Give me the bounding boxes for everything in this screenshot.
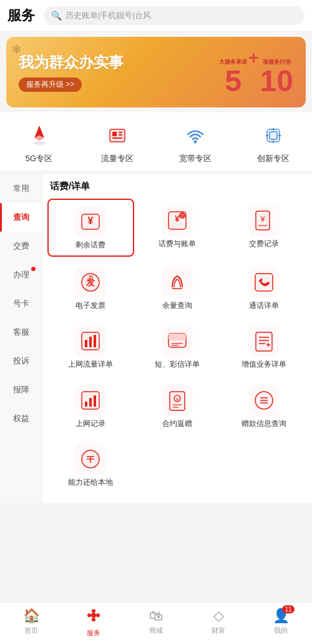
quick-item-traffic[interactable]: 流量专区 bbox=[92, 121, 142, 164]
banner-num2: 10 bbox=[260, 66, 293, 96]
svg-text:⏱: ⏱ bbox=[180, 213, 185, 219]
grid-item-zenghzi[interactable]: 增值业务详单 bbox=[220, 319, 307, 375]
grid-row-2: 发 票 电子发票 余量查询 bbox=[47, 260, 307, 316]
icon-fapiao: 发 票 bbox=[75, 267, 106, 298]
quick-item-innovation[interactable]: 创新专区 bbox=[248, 121, 298, 164]
icon-zengkuan bbox=[248, 385, 280, 416]
svg-rect-44 bbox=[94, 395, 96, 407]
svg-rect-32 bbox=[94, 335, 96, 347]
grid-item-heyue[interactable]: ¥ 合约返赠 bbox=[134, 379, 221, 434]
banner-subtitle-btn[interactable]: 服务再升级 >> bbox=[19, 77, 82, 92]
svg-text:¥: ¥ bbox=[175, 214, 180, 224]
grid-label-huafei-zhangdan: 话费与账单 bbox=[158, 239, 196, 249]
banner[interactable]: ❄ 我为群众办实事 服务再升级 >> 大服务承诺 5 + 项服务行动 10 bbox=[6, 37, 306, 107]
sidebar-item-haoka[interactable]: 号卡 bbox=[0, 289, 42, 318]
quick-icon-traffic bbox=[103, 121, 132, 150]
quick-label-traffic: 流量专区 bbox=[101, 153, 134, 164]
icon-yuhua: ¥ bbox=[75, 206, 106, 237]
grid-label-zenghzi: 增值业务详单 bbox=[241, 360, 286, 370]
sidebar-item-chaxun[interactable]: 查询 bbox=[0, 203, 42, 232]
icon-huafei-zhangdan: ¥ ⏱ bbox=[162, 205, 193, 236]
svg-point-0 bbox=[33, 141, 46, 145]
svg-point-8 bbox=[193, 141, 197, 144]
icon-tonghua bbox=[248, 267, 280, 298]
sidebar: 常用 查询 交费 办理 号卡 客服 投诉 报障 权益 bbox=[0, 174, 42, 503]
icon-yuliang bbox=[162, 267, 193, 298]
icon-duanxin bbox=[162, 325, 193, 357]
icon-liuliang bbox=[75, 325, 106, 357]
grid-label-liuliang: 上网流量详单 bbox=[68, 360, 113, 370]
grid-row-4: 上网记录 ¥ 合约返赠 bbox=[47, 379, 307, 434]
svg-rect-4 bbox=[112, 132, 117, 136]
sidebar-item-baozhan[interactable]: 报障 bbox=[0, 375, 42, 404]
search-placeholder: 历史账单|手机靓号|台风 bbox=[66, 10, 151, 21]
svg-rect-31 bbox=[89, 337, 92, 347]
svg-rect-34 bbox=[168, 334, 186, 340]
quick-label-broadband: 宽带专区 bbox=[179, 153, 212, 164]
main-area: 常用 查询 交费 办理 号卡 客服 投诉 报障 权益 话费/详单 ¥ 剩余话费 bbox=[0, 174, 312, 503]
quick-icon-5g bbox=[25, 121, 54, 150]
grid-item-tonghua[interactable]: 通话详单 bbox=[220, 260, 307, 316]
svg-rect-3 bbox=[110, 129, 125, 142]
sidebar-item-kefu[interactable]: 客服 bbox=[0, 318, 42, 347]
quick-icon-innovation bbox=[259, 121, 288, 150]
svg-text:¥: ¥ bbox=[260, 214, 265, 224]
quick-icon-broadband bbox=[181, 121, 210, 150]
quick-label-5g: 5G专区 bbox=[26, 153, 52, 164]
icon-jiaofei-jilu: ¥ bbox=[248, 205, 280, 236]
grid-item-partial[interactable]: 能力还给本地 bbox=[47, 437, 134, 493]
banner-title: 我为群众办实事 bbox=[19, 52, 219, 72]
svg-rect-28 bbox=[255, 274, 273, 291]
grid-item-fapiao[interactable]: 发 票 电子发票 bbox=[47, 260, 134, 316]
sidebar-item-changyon[interactable]: 常用 bbox=[0, 174, 42, 203]
svg-rect-30 bbox=[85, 340, 87, 347]
icon-zenghzi bbox=[248, 325, 280, 357]
banner-left: 我为群众办实事 服务再升级 >> bbox=[19, 52, 219, 91]
grid-item-shangwang[interactable]: 上网记录 bbox=[47, 379, 134, 434]
banner-num1: 5 bbox=[225, 66, 241, 96]
grid-row-3: 上网流量详单 短、彩信详单 bbox=[47, 319, 307, 375]
banner-decoration: ❄ bbox=[11, 42, 22, 57]
grid-item-zengkuan[interactable]: 赠款信息查询 bbox=[220, 379, 307, 434]
sidebar-item-jiaofei[interactable]: 交费 bbox=[0, 232, 42, 260]
grid-label-tonghua: 通话详单 bbox=[249, 301, 279, 311]
grid-item-yuhua[interactable]: ¥ 剩余话费 bbox=[47, 199, 134, 257]
grid-item-huafei-zhangdan[interactable]: ¥ ⏱ 话费与账单 bbox=[134, 199, 221, 257]
icon-shangwang bbox=[75, 385, 106, 416]
grid-label-partial: 能力还给本地 bbox=[68, 478, 113, 488]
grid-item-duanxin[interactable]: 短、彩信详单 bbox=[134, 319, 221, 375]
grid-label-fapiao: 电子发票 bbox=[76, 301, 105, 311]
quick-item-broadband[interactable]: 宽带专区 bbox=[170, 121, 220, 164]
sidebar-item-tousu[interactable]: 投诉 bbox=[0, 347, 42, 375]
grid-label-shangwang: 上网记录 bbox=[76, 419, 105, 429]
svg-text:¥: ¥ bbox=[175, 397, 179, 402]
quick-item-5g[interactable]: 5G专区 bbox=[14, 121, 64, 164]
search-icon: 🔍 bbox=[51, 11, 62, 21]
grid-row-1: ¥ 剩余话费 ¥ ⏱ 话费与账单 bbox=[47, 199, 307, 257]
grid-label-duanxin: 短、彩信详单 bbox=[155, 360, 200, 370]
svg-rect-7 bbox=[112, 137, 122, 139]
svg-rect-6 bbox=[119, 134, 122, 136]
sidebar-item-banli[interactable]: 办理 bbox=[0, 260, 42, 289]
banner-right: 大服务承诺 5 + 项服务行动 10 bbox=[219, 48, 293, 96]
svg-rect-9 bbox=[267, 129, 280, 142]
icon-partial bbox=[75, 443, 106, 475]
quick-label-innovation: 创新专区 bbox=[257, 153, 290, 164]
section-title: 话费/详单 bbox=[47, 181, 307, 192]
page-title: 服务 bbox=[7, 6, 37, 25]
svg-rect-43 bbox=[89, 398, 92, 407]
search-bar[interactable]: 🔍 历史账单|手机靓号|台风 bbox=[44, 6, 305, 25]
header: 服务 🔍 历史账单|手机靓号|台风 bbox=[0, 0, 312, 32]
sidebar-item-quanyi[interactable]: 权益 bbox=[0, 404, 42, 433]
grid-label-heyue: 合约返赠 bbox=[162, 419, 192, 429]
grid-item-jiaofei-jilu[interactable]: ¥ 交费记录 bbox=[220, 199, 307, 257]
grid-item-liuliang[interactable]: 上网流量详单 bbox=[47, 319, 134, 375]
grid-label-yuhua: 剩余话费 bbox=[76, 240, 105, 250]
quick-nav: 5G专区 流量专区 宽带专区 bbox=[0, 112, 312, 174]
grid-label-yuliang: 余量查询 bbox=[162, 301, 192, 311]
banner-plus: + bbox=[248, 48, 258, 68]
svg-rect-42 bbox=[85, 402, 87, 407]
grid-item-yuliang[interactable]: 余量查询 bbox=[134, 260, 221, 316]
icon-heyue: ¥ bbox=[162, 385, 193, 416]
svg-rect-5 bbox=[119, 132, 122, 133]
